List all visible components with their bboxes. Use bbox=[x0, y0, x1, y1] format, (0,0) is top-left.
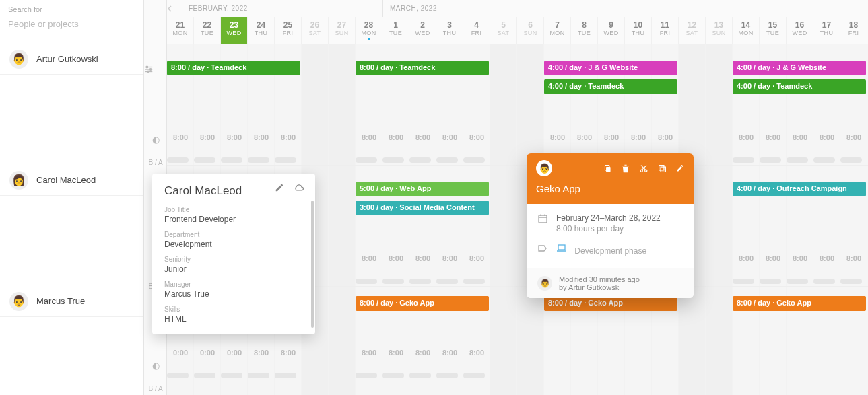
ba-label: B / A bbox=[144, 159, 167, 166]
capacity-pill bbox=[382, 157, 404, 163]
day-column[interactable]: 25FRI bbox=[275, 17, 302, 44]
delete-icon[interactable] bbox=[622, 164, 630, 173]
day-column[interactable]: 17THU bbox=[813, 17, 840, 44]
capacity-pill bbox=[167, 373, 189, 378]
capacity-pill bbox=[356, 373, 377, 378]
hour-cell: 8:00 bbox=[356, 254, 382, 262]
hour-cell: 8:00 bbox=[787, 254, 813, 262]
capacity-pill bbox=[733, 157, 754, 163]
day-column[interactable]: 22TUE bbox=[194, 17, 221, 44]
hour-cell: 8:00 bbox=[436, 254, 463, 262]
row-artur: 8:008:008:008:008:00 8:008:008:008:008:0… bbox=[167, 44, 868, 166]
capacity-pill bbox=[194, 157, 215, 163]
svg-point-3 bbox=[146, 66, 148, 68]
day-column[interactable]: 7MON bbox=[544, 17, 571, 44]
capacity-pill bbox=[248, 157, 269, 163]
clock-icon[interactable]: ◐ bbox=[144, 135, 167, 145]
day-column[interactable]: 21MON bbox=[167, 17, 194, 44]
day-column[interactable]: 15TUE bbox=[760, 17, 787, 44]
svg-point-5 bbox=[147, 71, 149, 73]
day-column[interactable]: 5SAT bbox=[490, 17, 517, 44]
day-column[interactable]: 4FRI bbox=[463, 17, 490, 44]
capacity-pill bbox=[840, 279, 862, 284]
booking-bar[interactable]: 8:00 / day · Geko App bbox=[356, 296, 489, 311]
field-value: Frontend Developer bbox=[164, 215, 303, 224]
prev-month-button[interactable] bbox=[167, 5, 187, 12]
day-column[interactable]: 26SAT bbox=[302, 17, 329, 44]
card-header: 👨 Geko App bbox=[527, 153, 694, 204]
booking-bar[interactable]: 8:00 / day · Teamdeck bbox=[167, 61, 300, 75]
person-name: Artur Gutkowski bbox=[36, 54, 98, 64]
day-column[interactable]: 14MON bbox=[733, 17, 760, 44]
field-label: Manager bbox=[164, 281, 303, 288]
edit-icon[interactable] bbox=[676, 164, 684, 173]
edit-icon[interactable] bbox=[275, 183, 284, 192]
day-column[interactable]: 2WED bbox=[409, 17, 436, 44]
person-name: Carol MacLeod bbox=[36, 175, 96, 185]
hour-cell: 8:00 bbox=[571, 133, 598, 141]
hour-cell: 8:00 bbox=[409, 254, 436, 262]
day-column[interactable]: 18FRI bbox=[840, 17, 867, 44]
day-header: 21MON22TUE23WED24THU25FRI26SAT27SUN28MON… bbox=[167, 17, 868, 44]
booking-bar[interactable]: 8:00 / day · Teamdeck bbox=[356, 61, 489, 75]
day-column[interactable]: 23WED bbox=[221, 17, 248, 44]
search-input[interactable] bbox=[8, 19, 135, 29]
booking-bar[interactable]: 5:00 / day · Web App bbox=[356, 182, 489, 196]
svg-point-9 bbox=[645, 170, 647, 172]
day-column[interactable]: 12SAT bbox=[679, 17, 706, 44]
day-column[interactable]: 6SUN bbox=[517, 17, 544, 44]
booking-bar[interactable]: 4:00 / day · Teamdeck bbox=[733, 79, 866, 94]
scrollbar[interactable] bbox=[311, 201, 314, 328]
capacity-pill bbox=[787, 157, 808, 163]
avatar: 👨 bbox=[9, 50, 28, 69]
day-column[interactable]: 28MON bbox=[356, 17, 382, 44]
hour-cell: 8:00 bbox=[652, 133, 679, 141]
capacity-pill bbox=[248, 373, 269, 378]
card-dates: February 24–March 28, 2022 bbox=[556, 213, 661, 223]
field-label: Job Title bbox=[164, 206, 303, 213]
person-row-carol[interactable]: 👩 Carol MacLeod bbox=[0, 165, 143, 196]
search-box: Search for bbox=[0, 0, 143, 34]
booking-bar[interactable]: 4:00 / day · Outreach Campaign bbox=[733, 182, 866, 196]
hour-cell: 8:00 bbox=[382, 349, 409, 357]
hour-cell: 8:00 bbox=[787, 133, 813, 141]
day-column[interactable]: 10THU bbox=[625, 17, 652, 44]
clock-icon[interactable]: ◐ bbox=[144, 361, 167, 371]
person-row-artur[interactable]: 👨 Artur Gutkowski bbox=[0, 44, 143, 75]
field-label: Skills bbox=[164, 306, 303, 313]
day-column[interactable]: 8TUE bbox=[571, 17, 598, 44]
day-column[interactable]: 3THU bbox=[436, 17, 463, 44]
booking-bar[interactable]: 3:00 / day · Social Media Content bbox=[356, 201, 489, 215]
day-column[interactable]: 24THU bbox=[248, 17, 275, 44]
day-column[interactable]: 27SUN bbox=[329, 17, 356, 44]
svg-rect-12 bbox=[659, 165, 664, 170]
hour-cell: 8:00 bbox=[463, 133, 490, 141]
duplicate-icon[interactable] bbox=[658, 164, 667, 173]
booking-bar[interactable]: 4:00 / day · J & G Website bbox=[544, 61, 677, 75]
copy-icon[interactable] bbox=[603, 164, 612, 173]
booking-bar[interactable]: 4:00 / day · J & G Website bbox=[733, 61, 866, 75]
capacity-pill bbox=[356, 157, 377, 163]
filter-icon[interactable] bbox=[144, 65, 167, 74]
month-label-mar: MARCH, 2022 bbox=[383, 5, 437, 12]
booking-bar[interactable]: 4:00 / day · Teamdeck bbox=[544, 79, 677, 94]
day-column[interactable]: 1TUE bbox=[382, 17, 409, 44]
booking-bar[interactable]: 8:00 / day · Geko App bbox=[544, 296, 677, 311]
ba-label: B / A bbox=[144, 385, 167, 392]
cloud-icon[interactable] bbox=[294, 183, 304, 192]
person-row-marcus[interactable]: 👨 Marcus True bbox=[0, 286, 143, 317]
day-column[interactable]: 9WED bbox=[598, 17, 625, 44]
capacity-pill bbox=[787, 279, 808, 284]
hour-cell: 8:00 bbox=[436, 133, 463, 141]
booking-bar[interactable]: 8:00 / day · Geko App bbox=[733, 296, 866, 311]
capacity-pill bbox=[167, 157, 189, 163]
field-value: Marcus True bbox=[164, 289, 303, 299]
hour-cell: 8:00 bbox=[275, 133, 302, 141]
hour-cell: 8:00 bbox=[598, 133, 625, 141]
card-title: Geko App bbox=[536, 183, 684, 194]
day-column[interactable]: 16WED bbox=[787, 17, 813, 44]
capacity-pill bbox=[356, 279, 377, 284]
cut-icon[interactable] bbox=[639, 164, 648, 173]
day-column[interactable]: 13SUN bbox=[706, 17, 733, 44]
day-column[interactable]: 11FRI bbox=[652, 17, 679, 44]
